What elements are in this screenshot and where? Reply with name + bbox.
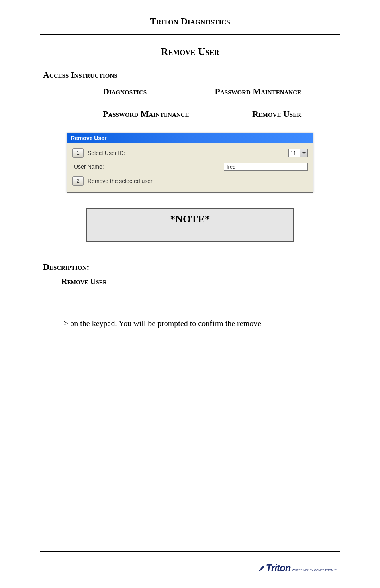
- access-password-maintenance-label: Password Maintenance: [215, 87, 301, 97]
- page-header-title: Triton Diagnostics: [40, 16, 340, 35]
- footer-rule: [40, 551, 340, 552]
- access-row-2: Password Maintenance Remove User: [43, 107, 337, 121]
- description-sub: Remove User: [61, 277, 380, 286]
- description-heading: Description:: [43, 262, 380, 272]
- note-box: *NOTE*: [86, 208, 294, 242]
- access-row-1: Diagnostics Password Maintenance: [43, 85, 337, 98]
- select-user-id-label: Select User ID:: [88, 150, 125, 156]
- access-password-maintenance-label-2: Password Maintenance: [103, 109, 189, 119]
- brand-name: Triton: [266, 562, 291, 574]
- access-instructions-heading: Access Instructions: [43, 70, 380, 80]
- dropdown-arrow-icon[interactable]: [300, 149, 307, 157]
- user-name-field: fred: [224, 163, 308, 171]
- user-name-label: User Name:: [74, 163, 104, 170]
- access-remove-user-label: Remove User: [252, 109, 301, 119]
- description-body: > on the keypad. You will be prompted to…: [64, 318, 337, 328]
- user-id-input[interactable]: [289, 150, 300, 156]
- step-2-button[interactable]: 2: [72, 176, 84, 186]
- dialog-row-select-user: 1 Select User ID:: [72, 148, 308, 158]
- section-title: Remove User: [0, 46, 380, 58]
- remove-selected-user-label: Remove the selected user: [88, 178, 153, 184]
- remove-user-dialog: Remove User 1 Select User ID: User Name:…: [67, 133, 313, 193]
- dialog-row-user-name: User Name: fred: [72, 163, 308, 171]
- access-grid: Diagnostics Password Maintenance Passwor…: [43, 85, 337, 121]
- brand-tagline: WHERE MONEY COMES FROM.™: [292, 569, 337, 572]
- feather-icon: [258, 563, 265, 570]
- step-1-button[interactable]: 1: [72, 148, 84, 158]
- note-title: *NOTE*: [94, 213, 286, 225]
- user-id-combo[interactable]: [288, 149, 308, 157]
- brand-logo: Triton WHERE MONEY COMES FROM.™: [258, 562, 337, 574]
- dialog-titlebar: Remove User: [67, 133, 313, 143]
- access-diagnostics-label: Diagnostics: [103, 87, 147, 97]
- dialog-row-remove: 2 Remove the selected user: [72, 176, 308, 186]
